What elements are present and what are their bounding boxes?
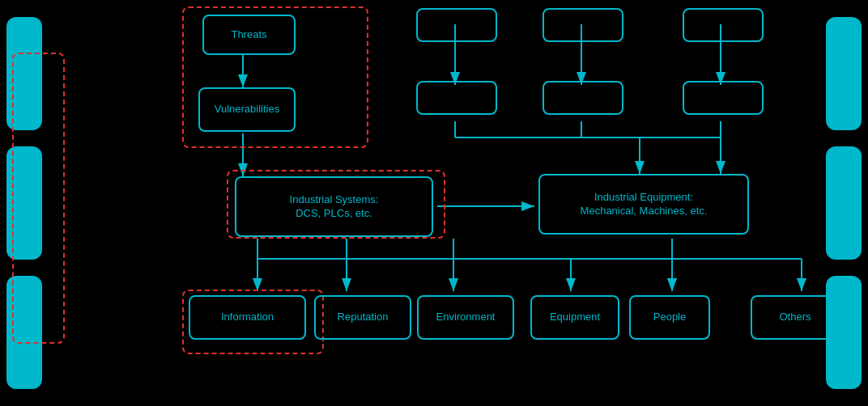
threats-box: Threats	[202, 15, 296, 55]
people-box: People	[629, 295, 710, 340]
vulnerabilities-box: Vulnerabilities	[198, 87, 296, 132]
reputation-box: Reputation	[314, 295, 411, 340]
right-bar-1	[826, 17, 862, 130]
top-col3-row1-box	[542, 8, 623, 42]
industrial-systems-box: Industrial Systems:DCS, PLCs, etc.	[235, 176, 433, 237]
environment-box: Environment	[417, 295, 514, 340]
industrial-equipment-box: Industrial Equipment:Mechanical, Machine…	[538, 174, 749, 235]
top-col4-row1-box	[683, 8, 764, 42]
right-bar-2	[826, 146, 862, 260]
top-col2-row2-box	[416, 81, 497, 115]
top-col2-row1-box	[416, 8, 497, 42]
top-col4-row2-box	[683, 81, 764, 115]
right-sidebar	[819, 0, 868, 406]
equipment-box: Equipment	[530, 295, 619, 340]
information-box: Information	[189, 295, 306, 340]
red-dashed-left-panel	[12, 53, 65, 344]
others-box: Others	[751, 295, 840, 340]
top-col3-row2-box	[542, 81, 623, 115]
diagram-area: Threats Vulnerabilities Industrial Syste…	[57, 0, 811, 406]
